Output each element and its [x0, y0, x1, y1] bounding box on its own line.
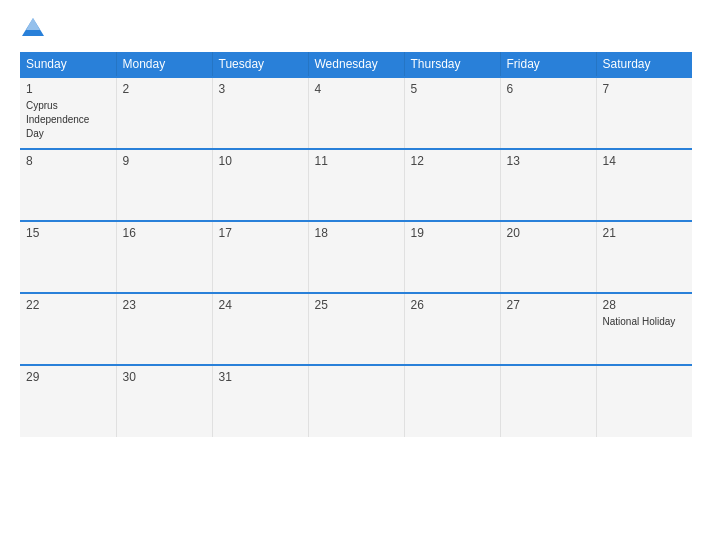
calendar-cell: 21	[596, 221, 692, 293]
calendar-cell: 24	[212, 293, 308, 365]
day-number: 28	[603, 298, 687, 312]
day-number: 18	[315, 226, 398, 240]
day-number: 26	[411, 298, 494, 312]
event-label: Cyprus Independence Day	[26, 100, 89, 139]
calendar-cell: 23	[116, 293, 212, 365]
calendar-cell: 14	[596, 149, 692, 221]
calendar-cell: 16	[116, 221, 212, 293]
day-number: 9	[123, 154, 206, 168]
calendar-week-row: 15161718192021	[20, 221, 692, 293]
calendar-cell: 3	[212, 77, 308, 149]
calendar-cell	[500, 365, 596, 437]
day-number: 30	[123, 370, 206, 384]
calendar-cell: 7	[596, 77, 692, 149]
calendar-cell: 17	[212, 221, 308, 293]
calendar-cell: 5	[404, 77, 500, 149]
logo-icon	[20, 16, 46, 42]
day-number: 23	[123, 298, 206, 312]
calendar-cell	[308, 365, 404, 437]
day-number: 11	[315, 154, 398, 168]
calendar-cell: 1Cyprus Independence Day	[20, 77, 116, 149]
day-number: 22	[26, 298, 110, 312]
calendar-cell: 18	[308, 221, 404, 293]
weekday-header-saturday: Saturday	[596, 52, 692, 77]
day-number: 14	[603, 154, 687, 168]
calendar-cell: 9	[116, 149, 212, 221]
day-number: 20	[507, 226, 590, 240]
day-number: 19	[411, 226, 494, 240]
calendar-cell: 11	[308, 149, 404, 221]
day-number: 17	[219, 226, 302, 240]
day-number: 7	[603, 82, 687, 96]
calendar-table: SundayMondayTuesdayWednesdayThursdayFrid…	[20, 52, 692, 437]
day-number: 10	[219, 154, 302, 168]
weekday-header-tuesday: Tuesday	[212, 52, 308, 77]
calendar-week-row: 891011121314	[20, 149, 692, 221]
calendar-cell: 19	[404, 221, 500, 293]
calendar-cell: 10	[212, 149, 308, 221]
day-number: 8	[26, 154, 110, 168]
day-number: 24	[219, 298, 302, 312]
calendar-page: SundayMondayTuesdayWednesdayThursdayFrid…	[0, 0, 712, 550]
calendar-week-row: 22232425262728National Holiday	[20, 293, 692, 365]
calendar-cell: 2	[116, 77, 212, 149]
day-number: 13	[507, 154, 590, 168]
calendar-cell: 25	[308, 293, 404, 365]
weekday-header-monday: Monday	[116, 52, 212, 77]
day-number: 2	[123, 82, 206, 96]
logo	[20, 16, 50, 42]
calendar-cell	[404, 365, 500, 437]
calendar-cell: 27	[500, 293, 596, 365]
day-number: 25	[315, 298, 398, 312]
day-number: 4	[315, 82, 398, 96]
calendar-header	[20, 16, 692, 42]
day-number: 3	[219, 82, 302, 96]
calendar-cell: 15	[20, 221, 116, 293]
day-number: 5	[411, 82, 494, 96]
calendar-cell: 6	[500, 77, 596, 149]
day-number: 12	[411, 154, 494, 168]
calendar-cell: 13	[500, 149, 596, 221]
weekday-header-thursday: Thursday	[404, 52, 500, 77]
calendar-cell: 28National Holiday	[596, 293, 692, 365]
calendar-cell: 12	[404, 149, 500, 221]
day-number: 16	[123, 226, 206, 240]
day-number: 31	[219, 370, 302, 384]
calendar-cell: 4	[308, 77, 404, 149]
calendar-cell: 22	[20, 293, 116, 365]
weekday-header-wednesday: Wednesday	[308, 52, 404, 77]
day-number: 27	[507, 298, 590, 312]
day-number: 15	[26, 226, 110, 240]
calendar-cell: 26	[404, 293, 500, 365]
weekday-header-row: SundayMondayTuesdayWednesdayThursdayFrid…	[20, 52, 692, 77]
weekday-header-sunday: Sunday	[20, 52, 116, 77]
event-label: National Holiday	[603, 316, 676, 327]
calendar-cell	[596, 365, 692, 437]
day-number: 21	[603, 226, 687, 240]
calendar-week-row: 293031	[20, 365, 692, 437]
day-number: 29	[26, 370, 110, 384]
calendar-cell: 29	[20, 365, 116, 437]
calendar-cell: 30	[116, 365, 212, 437]
calendar-week-row: 1Cyprus Independence Day234567	[20, 77, 692, 149]
svg-marker-1	[26, 18, 40, 30]
calendar-cell: 31	[212, 365, 308, 437]
calendar-cell: 8	[20, 149, 116, 221]
weekday-header-friday: Friday	[500, 52, 596, 77]
day-number: 6	[507, 82, 590, 96]
calendar-cell: 20	[500, 221, 596, 293]
day-number: 1	[26, 82, 110, 96]
